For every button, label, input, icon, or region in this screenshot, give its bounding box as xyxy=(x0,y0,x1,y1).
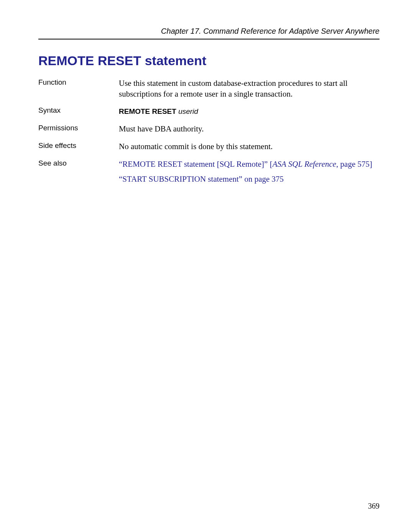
row-function: Function Use this statement in custom da… xyxy=(38,77,380,105)
label-side-effects: Side effects xyxy=(38,140,119,158)
ref-title: ASA SQL Reference, xyxy=(273,159,338,169)
see-also-link-1[interactable]: “REMOTE RESET statement [SQL Remote]” [A… xyxy=(119,159,380,170)
link-text: “REMOTE RESET statement [SQL Remote]” xyxy=(119,159,268,169)
label-see-also: See also xyxy=(38,158,119,190)
row-side-effects: Side effects No automatic commit is done… xyxy=(38,140,380,158)
row-see-also: See also “REMOTE RESET statement [SQL Re… xyxy=(38,158,380,190)
label-permissions: Permissions xyxy=(38,122,119,140)
row-permissions: Permissions Must have DBA authority. xyxy=(38,122,380,140)
row-syntax: Syntax REMOTE RESET userid xyxy=(38,105,380,122)
definition-table: Function Use this statement in custom da… xyxy=(38,77,380,190)
content-function: Use this statement in custom database-ex… xyxy=(119,77,380,105)
syntax-keyword: REMOTE RESET xyxy=(119,107,176,115)
see-also-link-2[interactable]: “START SUBSCRIPTION statement” on page 3… xyxy=(119,174,380,185)
ref-bracket-open: [ xyxy=(268,159,272,169)
label-syntax: Syntax xyxy=(38,105,119,122)
content-permissions: Must have DBA authority. xyxy=(119,122,380,140)
page-number: 369 xyxy=(368,502,380,511)
ref-page: page 575] xyxy=(338,159,372,169)
page: Chapter 17. Command Reference for Adapti… xyxy=(0,0,414,532)
content-syntax: REMOTE RESET userid xyxy=(119,105,380,122)
content-side-effects: No automatic commit is done by this stat… xyxy=(119,140,380,158)
link-text: “START SUBSCRIPTION statement” on page 3… xyxy=(119,174,284,184)
section-heading: REMOTE RESET statement xyxy=(38,53,380,68)
content-see-also: “REMOTE RESET statement [SQL Remote]” [A… xyxy=(119,158,380,190)
label-function: Function xyxy=(38,77,119,105)
running-header: Chapter 17. Command Reference for Adapti… xyxy=(38,27,380,39)
syntax-param: userid xyxy=(178,107,198,115)
